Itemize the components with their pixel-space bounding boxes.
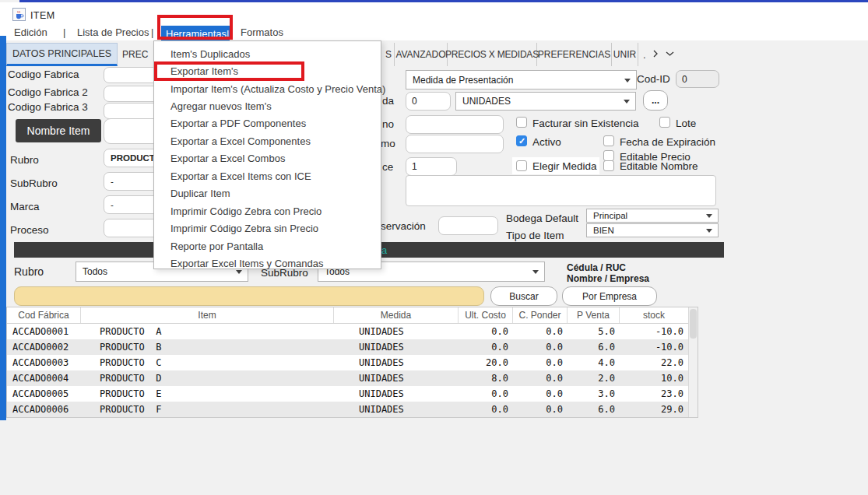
rubro-label: Rubro <box>10 154 39 166</box>
cedula-ruc-label: Cédula / RUC <box>567 262 626 273</box>
table-scrollbar[interactable] <box>688 307 698 417</box>
cell-item: PRODUCTO E <box>81 386 334 402</box>
cell-medida: UNIDADES <box>334 386 459 402</box>
tab-avanzado[interactable]: AVANZADO <box>395 43 448 66</box>
costo-input-1[interactable] <box>406 115 504 134</box>
cell-c-ponder: 0.0 <box>513 324 568 339</box>
col-header-medida[interactable]: Medida <box>334 307 459 323</box>
table-row[interactable]: ACCADO0004 PRODUCTO D UNIDADES 8.0 0.0 2… <box>7 370 698 386</box>
menu-item-exportar-excel-combos[interactable]: Exportar a Excel Combos <box>154 150 381 167</box>
menu-item-exportar-excel-componentes[interactable]: Exportar a Excel Componentes <box>154 132 381 149</box>
col-header-cod-fabrica[interactable]: Cod Fábrica <box>7 307 81 323</box>
cell-c-ponder: 0.0 <box>513 339 568 355</box>
cell-ult-costo: 0.0 <box>459 339 513 355</box>
table-row[interactable]: ACCADO0002 PRODUCTO B UNIDADES 0.0 0.0 6… <box>7 339 698 355</box>
observacion-input[interactable] <box>438 216 498 235</box>
cell-item: PRODUCTO A <box>81 324 334 339</box>
menubar-item-formatos[interactable]: Formatos <box>241 26 283 38</box>
cell-stock: 22.0 <box>620 355 688 370</box>
editable-nombre-checkbox[interactable] <box>603 160 614 171</box>
ice-input[interactable] <box>406 157 457 176</box>
fecha-expiracion-checkbox[interactable] <box>603 135 614 146</box>
activo-checkbox[interactable] <box>516 135 527 146</box>
chevron-down-icon[interactable] <box>665 49 675 61</box>
tab-datos-principales[interactable]: DATOS PRINCIPALES <box>6 43 118 66</box>
dropdown-caret-icon <box>706 214 712 218</box>
editable-precio-checkbox[interactable] <box>603 150 614 161</box>
codigo-fabrica-label: Codigo Fabrica <box>8 68 79 80</box>
nombre-empresa-label: Nombre / Empresa <box>567 273 649 284</box>
codigo-fabrica-3-label: Codigo Fabrica 3 <box>8 101 88 113</box>
unidades-combo[interactable]: UNIDADES <box>455 92 636 111</box>
cell-cod-fabrica: ACCADO0001 <box>7 324 81 339</box>
elegir-medida-label: Elegir Medida <box>532 160 597 172</box>
cell-cod-fabrica: ACCADO0004 <box>7 370 81 386</box>
menu-item-importar-items[interactable]: Importar Item's (Actualiza Costo y Preci… <box>154 80 381 97</box>
menubar-item-lista-de-precios[interactable]: Lista de Precios <box>77 26 149 38</box>
elegir-medida-checkbox[interactable] <box>516 160 527 171</box>
col-header-p-venta[interactable]: P Venta <box>568 307 620 323</box>
table-scrollbar-thumb[interactable] <box>690 309 697 339</box>
menu-item-items-duplicados[interactable]: Item's Duplicados <box>154 45 381 62</box>
costo-input-2[interactable] <box>406 135 504 153</box>
table-row[interactable]: ACCADO0001 PRODUCTO A UNIDADES 0.0 0.0 5… <box>7 324 698 339</box>
cell-cod-fabrica: ACCADO0006 <box>7 402 81 417</box>
cell-ult-costo: 20.0 <box>459 355 513 370</box>
cell-p-venta: 6.0 <box>568 339 620 355</box>
cell-ult-costo: 8.0 <box>459 370 513 386</box>
tipo-de-item-combo[interactable]: BIEN <box>586 223 719 237</box>
chevron-right-icon[interactable] <box>652 49 659 61</box>
tab-preferencias[interactable]: PREFERENCIAS <box>537 43 612 66</box>
cell-medida: UNIDADES <box>334 324 459 339</box>
dropdown-caret-icon <box>624 100 630 104</box>
menubar-item-edicion[interactable]: Edición <box>14 26 47 38</box>
tipo-de-item-value: BIEN <box>593 226 614 235</box>
menu-item-exportar-pdf-componentes[interactable]: Exportar a PDF Componentes <box>154 115 381 132</box>
table-row[interactable]: ACCADO0003 PRODUCTO C UNIDADES 20.0 0.0 … <box>7 355 698 370</box>
cell-stock: 23.0 <box>620 386 688 402</box>
subrubro-combo-value: - <box>111 177 114 186</box>
cell-item: PRODUCTO B <box>81 339 334 355</box>
medida-presentacion-combo[interactable]: Medida de Presentación <box>406 70 637 90</box>
search-input[interactable] <box>14 286 484 306</box>
bodega-default-combo[interactable]: Principal <box>586 209 719 223</box>
label-fragment-da: da <box>382 95 394 107</box>
menu-item-reporte-por-pantalla[interactable]: Reporte por Pantalla <box>154 237 381 255</box>
menu-item-imprimir-zebra-con-precio[interactable]: Imprimir Código Zebra con Precio <box>154 202 381 219</box>
window-left-border <box>0 36 6 420</box>
facturar-sin-existencia-checkbox[interactable] <box>516 117 527 128</box>
cantidad-medida-input[interactable] <box>406 92 451 111</box>
table-row[interactable]: ACCADO0005 PRODUCTO E UNIDADES 0.0 0.0 3… <box>7 386 698 402</box>
cell-ult-costo: 0.0 <box>459 324 513 339</box>
menu-item-duplicar-item[interactable]: Duplicar Item <box>154 185 381 202</box>
menu-item-exportar-excel-items-ice[interactable]: Exportar a Excel Items con ICE <box>154 167 381 184</box>
por-empresa-button[interactable]: Por Empresa <box>562 286 657 306</box>
fecha-expiracion-label: Fecha de Expiración <box>620 136 715 148</box>
menu-item-imprimir-zebra-sin-precio[interactable]: Imprimir Código Zebra sin Precio <box>154 219 381 237</box>
cell-stock: 29.0 <box>620 402 688 417</box>
cell-item: PRODUCTO D <box>81 370 334 386</box>
cod-id-label: Cod-ID <box>637 73 670 85</box>
more-options-button[interactable]: ... <box>643 90 668 111</box>
label-fragment-observacion: servación <box>381 220 426 232</box>
filter-rubro-label: Rubro <box>14 265 44 278</box>
lote-checkbox[interactable] <box>659 117 670 128</box>
proceso-label: Proceso <box>10 224 49 236</box>
cell-p-venta: 3.0 <box>568 386 620 402</box>
col-header-item[interactable]: Item <box>81 307 334 323</box>
java-app-icon <box>12 8 26 24</box>
descripcion-textarea[interactable] <box>406 175 716 206</box>
buscar-button[interactable]: Buscar <box>490 286 557 306</box>
col-header-c-ponder[interactable]: C. Ponder <box>513 307 568 323</box>
codigo-fabrica-2-label: Codigo Fabrica 2 <box>8 86 88 98</box>
menu-item-agregar-nuevos-items[interactable]: Agregar nuevos Item's <box>154 97 381 114</box>
tab-unir[interactable]: UNIR <box>612 43 638 66</box>
annotation-box-herramientas <box>157 15 233 40</box>
col-header-ult-costo[interactable]: Ult. Costo <box>459 307 513 323</box>
menu-item-exportar-excel-items-comandas[interactable]: Exportar Excel Items y Comandas <box>154 255 381 272</box>
tab-precios-x-medidas[interactable]: PRECIOS X MEDIDAS <box>448 43 537 66</box>
nombre-item-button[interactable]: Nombre Item <box>16 119 101 142</box>
col-header-stock[interactable]: stock <box>620 307 688 323</box>
herramientas-dropdown-menu: Item's Duplicados Exportar Item's Import… <box>153 40 381 269</box>
table-row[interactable]: ACCADO0006 PRODUCTO F UNIDADES 0.0 0.0 6… <box>7 402 698 417</box>
